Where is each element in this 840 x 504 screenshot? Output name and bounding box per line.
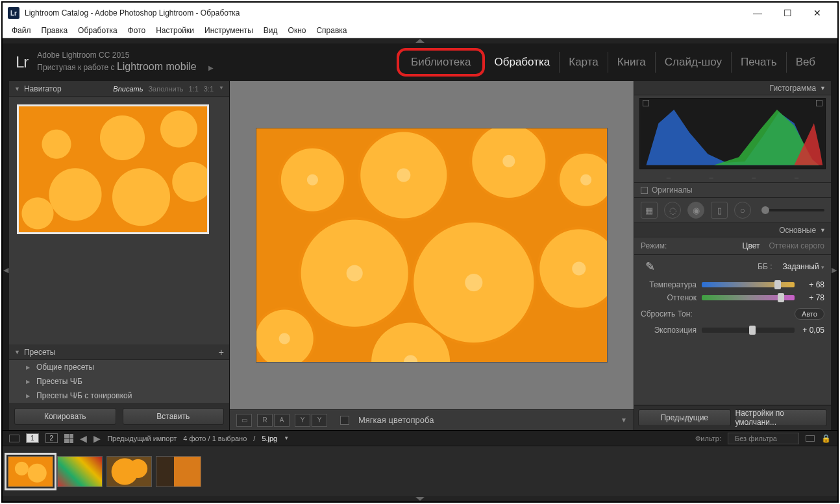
previous-button[interactable]: Предыдущие (638, 409, 731, 426)
preset-folder[interactable]: Пресеты Ч/Б с тонировкой (9, 389, 229, 403)
treatment-color[interactable]: Цвет (743, 241, 760, 250)
temp-value[interactable]: + 68 (800, 280, 824, 289)
zoom-1to1[interactable]: 1:1 (188, 85, 198, 93)
window-2-button[interactable]: 2 (45, 433, 58, 443)
histogram-title: Гистограмма (770, 84, 816, 93)
close-button[interactable]: ✕ (802, 3, 832, 23)
bottom-panel-toggle[interactable] (3, 496, 837, 501)
identity-plate[interactable]: Adobe Lightroom CC 2015 Приступая к рабо… (37, 51, 213, 74)
radial-tool-icon[interactable]: ○ (734, 202, 751, 219)
eyedropper-icon[interactable]: ✎ (641, 258, 659, 276)
menu-file[interactable]: Файл (8, 25, 35, 36)
filter-switch-icon[interactable] (806, 435, 815, 442)
photo-count: 4 фото / 1 выбрано (183, 435, 247, 442)
collapse-icon: ▼ (14, 86, 20, 92)
zoom-fill[interactable]: Заполнить (148, 85, 183, 93)
zoom-chevron-icon[interactable]: ▼ (219, 85, 224, 93)
treatment-row: Режим: Цвет Оттенки серого (634, 237, 831, 255)
collapse-icon: ▼ (820, 227, 826, 234)
menu-view[interactable]: Вид (260, 25, 282, 36)
module-library[interactable]: Библиотека (397, 48, 485, 77)
module-web[interactable]: Веб (787, 52, 824, 73)
source-label[interactable]: Предыдущий импорт (107, 435, 177, 442)
navigator-header[interactable]: ▼ Навигатор Вписать Заполнить 1:1 3:1 ▼ (9, 81, 229, 97)
toolbar-chevron-icon[interactable]: ▼ (621, 416, 627, 424)
presets-header[interactable]: ▼ Пресеты + (9, 344, 229, 360)
tint-slider[interactable] (702, 295, 795, 300)
treatment-bw[interactable]: Оттенки серого (769, 241, 824, 250)
crop-tool-icon[interactable]: ▦ (641, 202, 658, 219)
add-preset-icon[interactable]: + (219, 347, 224, 357)
copy-settings-button[interactable]: Копировать (14, 408, 116, 425)
gradient-tool-icon[interactable]: ▯ (711, 202, 728, 219)
menu-tools[interactable]: Инструменты (201, 25, 257, 36)
before-after-a-icon[interactable]: A (274, 414, 290, 427)
menu-photo[interactable]: Фото (124, 25, 150, 36)
loupe-view-icon[interactable]: ▭ (236, 414, 252, 427)
filmstrip-thumb[interactable] (106, 456, 152, 487)
exposure-value[interactable]: + 0,05 (800, 326, 824, 335)
auto-tone-button[interactable]: Авто (795, 308, 824, 320)
app-icon: Lr (8, 7, 19, 19)
filmstrip[interactable] (3, 446, 837, 496)
zoom-ratio[interactable]: 3:1 (204, 85, 214, 93)
product-name: Adobe Lightroom CC 2015 (37, 51, 213, 61)
filmstrip-thumb[interactable] (156, 456, 201, 487)
preset-folder[interactable]: Пресеты Ч/Б (9, 374, 229, 389)
module-develop[interactable]: Обработка (485, 52, 560, 73)
module-map[interactable]: Карта (560, 52, 608, 73)
module-book[interactable]: Книга (608, 52, 656, 73)
window-title: Lightroom Catalog - Adobe Photoshop Ligh… (25, 8, 743, 18)
monitor-icon[interactable] (9, 435, 19, 442)
right-panel-toggle[interactable]: ▶ (831, 257, 837, 283)
lock-icon[interactable]: 🔒 (821, 434, 831, 443)
left-panel-toggle[interactable]: ◀ (3, 257, 9, 283)
zoom-fit[interactable]: Вписать (113, 85, 143, 93)
softproof-checkbox[interactable] (340, 416, 349, 425)
histogram-header[interactable]: Гистограмма ▼ (634, 81, 831, 95)
brush-size-slider[interactable] (761, 209, 824, 211)
module-slideshow[interactable]: Слайд-шоу (656, 52, 732, 73)
mobile-link[interactable]: Lightroom mobile (117, 61, 197, 72)
tint-value[interactable]: + 78 (800, 293, 824, 302)
temp-slider[interactable] (702, 282, 795, 287)
minimize-button[interactable]: — (743, 3, 772, 23)
maximize-button[interactable]: ☐ (772, 3, 802, 23)
softproof-label: Мягкая цветопроба (358, 415, 434, 425)
basic-panel-header[interactable]: Основные ▼ (634, 223, 831, 237)
paste-settings-button[interactable]: Вставить (123, 408, 225, 425)
main-image[interactable] (256, 128, 607, 362)
window-1-button[interactable]: 1 (26, 433, 39, 443)
navigator-preview[interactable] (9, 97, 229, 242)
filter-dropdown[interactable]: Без фильтра (728, 433, 799, 444)
exposure-label: Экспозиция (641, 326, 697, 335)
top-panel-toggle[interactable] (3, 38, 837, 43)
histogram[interactable] (639, 98, 826, 169)
current-filename: 5.jpg (262, 435, 277, 442)
filmstrip-thumb[interactable] (8, 456, 53, 487)
menu-develop[interactable]: Обработка (74, 25, 121, 36)
compare-y1-icon[interactable]: Y (295, 414, 310, 427)
preset-folder[interactable]: Общие пресеты (9, 360, 229, 374)
wb-dropdown[interactable]: Заданный ▾ (782, 262, 824, 271)
reset-button[interactable]: Настройки по умолчани... (735, 409, 828, 426)
checkbox-icon[interactable] (641, 187, 648, 194)
exposure-slider[interactable] (702, 328, 795, 333)
menu-settings[interactable]: Настройки (152, 25, 198, 36)
redeye-tool-icon[interactable]: ◉ (687, 202, 704, 219)
grid-view-icon[interactable] (64, 434, 73, 443)
tone-reset-label[interactable]: Сбросить Тон: (641, 309, 693, 318)
menu-edit[interactable]: Правка (38, 25, 72, 36)
chevron-down-icon[interactable]: ▼ (284, 435, 289, 441)
filmstrip-thumb[interactable] (57, 456, 103, 487)
nav-next-icon[interactable]: ▶ (93, 433, 101, 444)
spot-tool-icon[interactable]: ◌ (664, 202, 681, 219)
menu-window[interactable]: Окно (284, 25, 310, 36)
nav-prev-icon[interactable]: ◀ (80, 433, 87, 444)
before-after-r-icon[interactable]: R (257, 414, 273, 427)
module-print[interactable]: Печать (732, 52, 787, 73)
originals-row[interactable]: Оригиналы (634, 182, 831, 198)
compare-y2-icon[interactable]: Y (312, 414, 327, 427)
menu-help[interactable]: Справка (312, 25, 351, 36)
chevron-right-icon: ▶ (208, 64, 214, 71)
